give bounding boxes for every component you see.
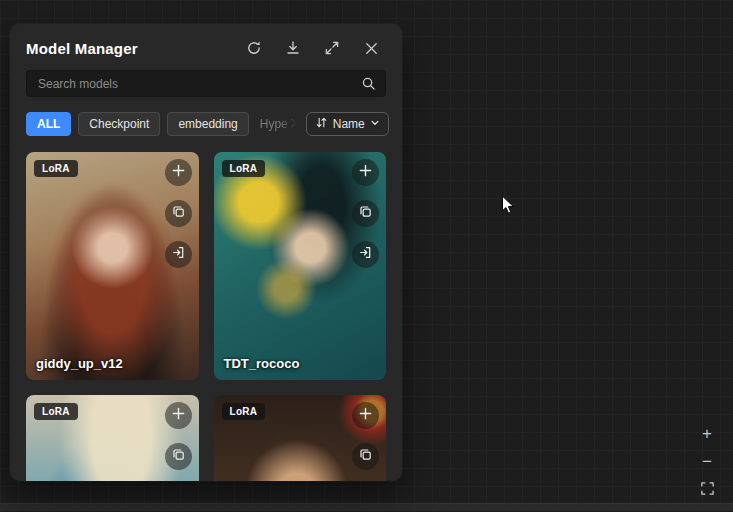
import-model-button[interactable] — [352, 241, 379, 268]
filter-hypernetwork-label: Hype — [260, 117, 288, 131]
model-card[interactable]: LoRA giddy_up_v12 — [26, 152, 199, 380]
filter-embedding[interactable]: embedding — [167, 112, 248, 136]
filter-bar: ALL Checkpoint embedding Hype Name — [26, 112, 386, 136]
copy-model-button[interactable] — [165, 200, 192, 227]
add-model-button[interactable] — [165, 402, 192, 429]
model-card[interactable]: LoRA TDT_rococo — [214, 152, 387, 380]
copy-icon — [358, 447, 373, 466]
copy-icon — [171, 204, 186, 223]
model-type-badge: LoRA — [34, 403, 78, 420]
chevron-down-icon — [370, 117, 380, 131]
window-bottom-strip — [0, 503, 733, 511]
card-actions — [352, 402, 379, 470]
plus-icon — [358, 406, 373, 425]
zoom-out-button[interactable]: − — [697, 452, 717, 472]
plus-icon — [171, 163, 186, 182]
chevron-right-icon — [289, 117, 299, 131]
add-model-button[interactable] — [165, 159, 192, 186]
copy-icon — [358, 204, 373, 223]
card-actions — [165, 402, 192, 470]
plus-icon — [358, 163, 373, 182]
panel-header-icons — [245, 39, 386, 57]
filter-all[interactable]: ALL — [26, 112, 71, 136]
copy-icon — [171, 447, 186, 466]
fit-view-button[interactable] — [697, 480, 717, 500]
expand-button[interactable] — [323, 39, 341, 57]
close-button[interactable] — [362, 39, 380, 57]
copy-model-button[interactable] — [352, 200, 379, 227]
plus-icon — [171, 406, 186, 425]
search-bar — [26, 70, 386, 97]
model-type-badge: LoRA — [222, 403, 266, 420]
close-icon — [364, 41, 379, 56]
zoom-in-button[interactable]: + — [697, 424, 717, 444]
card-actions — [165, 159, 192, 268]
fit-screen-icon — [700, 481, 715, 500]
search-input[interactable] — [36, 76, 361, 92]
add-model-button[interactable] — [352, 402, 379, 429]
filter-hypernetwork[interactable]: Hype — [256, 113, 299, 135]
download-button[interactable] — [284, 39, 302, 57]
model-card-grid: LoRA giddy_up_v12 LoRA — [26, 152, 386, 481]
model-card[interactable]: LoRA — [214, 395, 387, 481]
search-icon — [361, 76, 376, 91]
filter-checkpoint[interactable]: Checkpoint — [78, 112, 160, 136]
panel-header: Model Manager — [26, 37, 386, 59]
import-model-button[interactable] — [165, 241, 192, 268]
download-icon — [285, 40, 301, 56]
copy-model-button[interactable] — [165, 443, 192, 470]
sort-dropdown[interactable]: Name — [306, 112, 389, 136]
sort-label: Name — [333, 117, 365, 131]
expand-icon — [324, 40, 340, 56]
model-card[interactable]: LoRA — [26, 395, 199, 481]
refresh-icon — [246, 40, 262, 56]
model-type-badge: LoRA — [222, 160, 266, 177]
model-name: giddy_up_v12 — [36, 356, 123, 371]
import-icon — [358, 245, 373, 264]
copy-model-button[interactable] — [352, 443, 379, 470]
canvas-zoom-controls: + − — [697, 424, 717, 500]
add-model-button[interactable] — [352, 159, 379, 186]
panel-title: Model Manager — [26, 40, 138, 57]
import-icon — [171, 245, 186, 264]
model-name: TDT_rococo — [224, 356, 300, 371]
sort-icon — [315, 116, 328, 132]
model-type-badge: LoRA — [34, 160, 78, 177]
refresh-button[interactable] — [245, 39, 263, 57]
card-actions — [352, 159, 379, 268]
model-manager-panel: Model Manager — [10, 24, 402, 481]
